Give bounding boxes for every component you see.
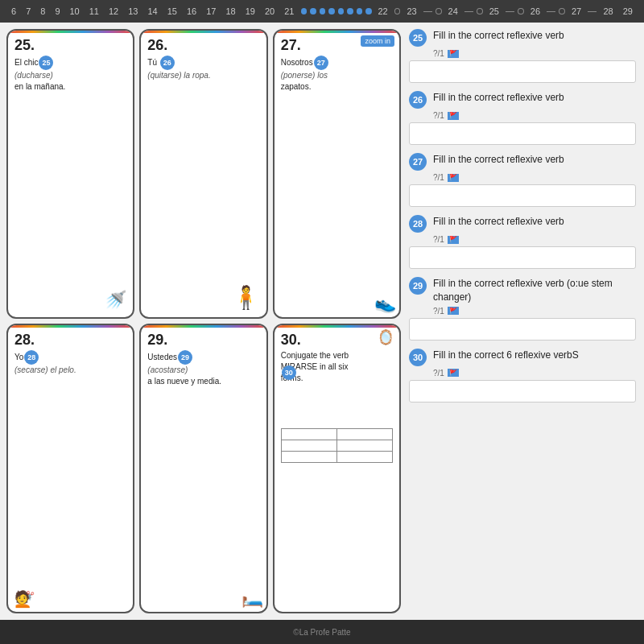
nav-num-13: 13	[125, 5, 141, 18]
q-label-30: Fill in the correct 6 reflexive verbS	[433, 349, 636, 362]
card-30-illustration: 🪞	[377, 328, 394, 346]
q-label-27: Fill in the correct reflexive verb	[433, 153, 636, 167]
flashcard-25[interactable]: 25. El chic25 (ducharse) en la mañana. 🚿	[6, 29, 134, 319]
nav-num-21: 21	[281, 5, 297, 18]
q-number-29: 29	[409, 277, 427, 295]
q-score-30: ?/1	[433, 369, 444, 378]
nav-dot-filled-5[interactable]	[338, 8, 345, 14]
question-28-header: 28 Fill in the correct reflexive verb	[409, 215, 636, 233]
question-29-header: 29 Fill in the correct reflexive verb (o…	[409, 277, 636, 304]
question-27-header: 27 Fill in the correct reflexive verb	[409, 153, 636, 171]
question-29: 29 Fill in the correct reflexive verb (o…	[409, 277, 636, 341]
q-meta-30: ?/1 🚩	[409, 369, 636, 378]
nav-num-26: 26	[527, 5, 543, 18]
nav-num-11: 11	[86, 5, 102, 18]
nav-num-9: 9	[52, 5, 63, 18]
card-27-text: Nosotros27 (ponerse) los zapatos.	[281, 56, 393, 93]
main-content: 25. El chic25 (ducharse) en la mañana. 🚿…	[0, 23, 644, 620]
question-26-header: 26 Fill in the correct reflexive verb	[409, 91, 636, 109]
q-score-26: ?/1	[433, 111, 444, 120]
nav-dot-empty-2[interactable]	[436, 8, 442, 14]
nav-num-19: 19	[242, 5, 258, 18]
card-28-text: Yo28 (secarse) el pelo.	[14, 350, 126, 376]
bubble-27: 27	[314, 56, 328, 70]
nav-num-25: 25	[486, 5, 502, 18]
nav-bar: 6 7 8 9 10 11 12 13 14 15 16 17 18 19 20…	[0, 0, 644, 23]
q-number-26: 26	[409, 91, 427, 109]
nav-dot-filled-1[interactable]	[301, 8, 308, 14]
bubble-25: 25	[39, 56, 53, 70]
card-30-text: Conjugate the verb MIRARSE in all six fo…	[281, 350, 393, 384]
q-input-26[interactable]	[409, 122, 636, 145]
q-input-25[interactable]	[409, 60, 636, 83]
nav-dot-empty-4[interactable]	[518, 8, 524, 14]
card-29-illustration: 🛏️	[242, 588, 263, 609]
bubble-26: 26	[160, 56, 175, 70]
q-label-29: Fill in the correct reflexive verb (o:ue…	[433, 277, 636, 304]
q-meta-25: ?/1 🚩	[409, 49, 636, 58]
flashcard-29[interactable]: 29. Ustedes29 (acostarse) a las nueve y …	[139, 324, 267, 613]
q-input-30[interactable]	[409, 380, 636, 402]
q-score-28: ?/1	[433, 235, 444, 244]
flashcard-30[interactable]: 30. Conjugate the verb MIRARSE in all si…	[273, 324, 401, 613]
mirarse-table	[281, 428, 393, 463]
q-number-25: 25	[409, 29, 427, 47]
nav-dot-filled-3[interactable]	[320, 8, 326, 14]
q-label-26: Fill in the correct reflexive verb	[433, 91, 636, 105]
nav-num-24: 24	[445, 5, 461, 18]
nav-num-22: 22	[375, 5, 391, 18]
nav-num-28: 28	[600, 5, 616, 18]
nav-line-3	[506, 11, 514, 12]
nav-dot-filled-4[interactable]	[328, 8, 335, 14]
q-input-27[interactable]	[409, 184, 636, 207]
q-number-28: 28	[409, 215, 427, 233]
q-meta-26: ?/1 🚩	[409, 111, 636, 120]
q-input-28[interactable]	[409, 246, 636, 269]
nav-num-20: 20	[262, 5, 278, 18]
nav-dot-filled-6[interactable]	[347, 8, 353, 14]
flashcard-27[interactable]: zoom in 27. Nosotros27 (ponerse) los zap…	[273, 29, 401, 319]
card-28-illustration: 💇	[14, 589, 35, 609]
nav-num-7: 7	[23, 5, 34, 18]
card-26-illustration: 🧍	[232, 284, 260, 311]
nav-num-18: 18	[223, 5, 239, 18]
q-number-27: 27	[409, 153, 427, 171]
nav-num-6: 6	[8, 5, 19, 18]
card-29-text: Ustedes29 (acostarse) a las nueve y medi…	[147, 350, 259, 387]
q-score-29: ?/1	[433, 307, 444, 316]
card-25-text: El chic25 (ducharse) en la mañana.	[14, 56, 126, 93]
q-input-29[interactable]	[409, 318, 636, 341]
q-flag-30: 🚩	[448, 369, 459, 377]
nav-dot-filled-2[interactable]	[310, 8, 316, 14]
q-meta-29: ?/1 🚩	[409, 307, 636, 316]
card-25-number: 25.	[14, 37, 126, 54]
q-flag-27: 🚩	[448, 174, 459, 182]
nav-num-16: 16	[184, 5, 200, 18]
card-26-text: Tú 26 (quitarse) la ropa.	[147, 56, 259, 81]
q-flag-25: 🚩	[448, 50, 459, 58]
q-flag-28: 🚩	[448, 236, 459, 244]
nav-dot-empty-3[interactable]	[477, 8, 483, 14]
nav-num-10: 10	[67, 5, 83, 18]
nav-dot-filled-7[interactable]	[357, 8, 363, 14]
nav-num-17: 17	[203, 5, 219, 18]
flashcard-26[interactable]: 26. Tú 26 (quitarse) la ropa. 🧍	[139, 29, 267, 319]
q-flag-26: 🚩	[448, 112, 459, 120]
q-score-25: ?/1	[433, 49, 444, 58]
nav-line-4	[547, 11, 555, 12]
q-number-30: 30	[409, 349, 427, 366]
questions-panel: 25 Fill in the correct reflexive verb ?/…	[409, 29, 638, 613]
flashcard-28[interactable]: 28. Yo28 (secarse) el pelo. 💇	[6, 324, 134, 613]
card-28-number: 28.	[14, 332, 126, 349]
nav-num-14: 14	[145, 5, 161, 18]
question-25: 25 Fill in the correct reflexive verb ?/…	[409, 29, 636, 83]
card-26-number: 26.	[147, 37, 259, 54]
nav-dot-empty-5[interactable]	[559, 8, 565, 14]
nav-num-29: 29	[620, 5, 636, 18]
nav-dot-empty-1[interactable]	[394, 8, 401, 14]
nav-dot-filled-8[interactable]	[365, 8, 372, 14]
q-meta-27: ?/1 🚩	[409, 173, 636, 182]
nav-line-5	[588, 11, 597, 12]
zoom-in-badge[interactable]: zoom in	[361, 35, 394, 47]
card-29-number: 29.	[147, 332, 259, 349]
